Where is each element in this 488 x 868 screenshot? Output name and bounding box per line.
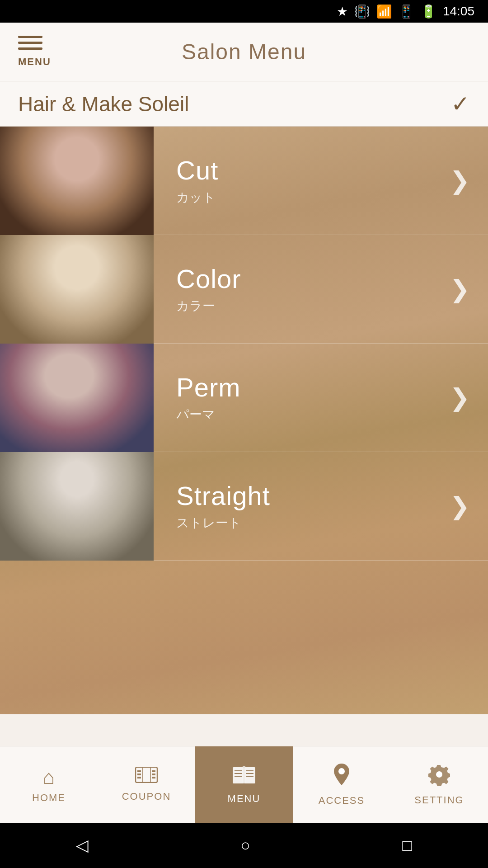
menu-line-2 [18, 42, 42, 44]
cut-text: Cut カット [176, 155, 218, 206]
color-text: Color カラー [176, 264, 241, 315]
chevron-down-icon: ✓ [451, 91, 470, 117]
nav-access[interactable]: ACCESS [293, 746, 390, 823]
nav-menu-label: MENU [228, 793, 261, 805]
app-header: MENU Salon Menu [0, 23, 488, 81]
svg-rect-4 [137, 774, 141, 775]
straight-info: Straight ストレート ❯ [154, 452, 488, 560]
cut-label-jp: カット [176, 189, 218, 206]
menu-item-cut[interactable]: Cut カット ❯ [0, 127, 488, 235]
vibrate-icon: 📳 [354, 4, 370, 19]
perm-image [0, 344, 154, 452]
cut-chevron-icon: ❯ [450, 166, 470, 195]
salon-name: Hair & Make Soleil [18, 92, 189, 116]
perm-label-jp: パーマ [176, 406, 241, 423]
wifi-icon: 📶 [376, 4, 392, 19]
perm-chevron-icon: ❯ [450, 383, 470, 412]
svg-rect-9 [233, 767, 244, 783]
battery-icon: 🔋 [421, 4, 436, 19]
home-icon: ⌂ [43, 766, 55, 788]
nav-coupon-label: COUPON [122, 791, 171, 802]
cut-label-en: Cut [176, 155, 218, 185]
nav-access-label: ACCESS [319, 795, 365, 807]
svg-rect-3 [137, 770, 141, 772]
straight-image [0, 452, 154, 561]
nav-home-label: HOME [32, 792, 66, 804]
straight-label-jp: ストレート [176, 514, 270, 532]
status-icons: ★ 📳 📶 📱 🔋 14:05 [337, 4, 474, 19]
time-display: 14:05 [443, 4, 474, 19]
android-back-button[interactable]: ◁ [76, 836, 89, 855]
svg-rect-11 [243, 766, 245, 783]
svg-point-18 [338, 768, 345, 774]
menu-book-icon [232, 764, 256, 789]
coupon-icon [135, 767, 158, 787]
perm-label-en: Perm [176, 372, 241, 402]
android-recent-button[interactable]: □ [402, 836, 412, 855]
color-chevron-icon: ❯ [450, 275, 470, 303]
svg-rect-6 [152, 770, 155, 772]
nav-menu[interactable]: MENU [195, 746, 293, 823]
straight-label-en: Straight [176, 481, 270, 511]
salon-selector[interactable]: Hair & Make Soleil ✓ [0, 81, 488, 127]
bluetooth-icon: ★ [337, 4, 348, 19]
svg-point-19 [436, 771, 442, 778]
perm-info: Perm パーマ ❯ [154, 344, 488, 452]
access-icon [333, 763, 351, 791]
menu-item-color[interactable]: Color カラー ❯ [0, 235, 488, 344]
color-info: Color カラー ❯ [154, 235, 488, 343]
menu-line-1 [18, 36, 42, 38]
status-bar: ★ 📳 📶 📱 🔋 14:05 [0, 0, 488, 23]
straight-text: Straight ストレート [176, 481, 270, 532]
svg-rect-8 [152, 777, 155, 778]
hamburger-menu-button[interactable]: MENU [18, 36, 51, 68]
menu-line-3 [18, 47, 42, 50]
svg-rect-10 [244, 767, 255, 783]
menu-item-straight[interactable]: Straight ストレート ❯ [0, 452, 488, 561]
menu-label: MENU [18, 56, 51, 68]
nav-home[interactable]: ⌂ HOME [0, 746, 98, 823]
menu-list: Cut カット ❯ Color カラー ❯ Perm パーマ ❯ [0, 127, 488, 714]
straight-chevron-icon: ❯ [450, 492, 470, 520]
color-label-en: Color [176, 264, 241, 294]
color-label-jp: カラー [176, 297, 241, 315]
android-nav-bar: ◁ ○ □ [0, 823, 488, 868]
page-title: Salon Menu [182, 39, 306, 64]
android-home-button[interactable]: ○ [240, 836, 250, 855]
sim-icon: 📱 [399, 4, 414, 19]
setting-icon [428, 763, 450, 791]
svg-rect-5 [137, 777, 141, 778]
cut-image [0, 127, 154, 235]
nav-setting-label: SETTING [414, 794, 464, 806]
svg-rect-7 [152, 774, 155, 775]
bottom-navigation: ⌂ HOME COUPON [0, 746, 488, 823]
color-image [0, 235, 154, 344]
perm-text: Perm パーマ [176, 372, 241, 423]
nav-coupon[interactable]: COUPON [98, 746, 195, 823]
menu-item-perm[interactable]: Perm パーマ ❯ [0, 344, 488, 452]
nav-setting[interactable]: SETTING [390, 746, 488, 823]
cut-info: Cut カット ❯ [154, 127, 488, 235]
